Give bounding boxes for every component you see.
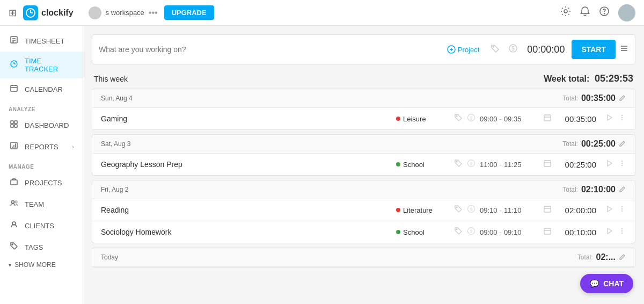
upgrade-button[interactable]: UPGRADE: [164, 5, 214, 20]
user-avatar[interactable]: [618, 4, 635, 21]
day-group: Today Total: 02:...: [92, 248, 635, 267]
svg-point-59: [621, 163, 623, 164]
sidebar-item-label: DASHBOARD: [25, 121, 74, 129]
svg-marker-57: [608, 161, 612, 166]
sidebar-item-dashboard[interactable]: DASHBOARD: [0, 114, 83, 136]
sidebar-item-timesheet[interactable]: TIMESHEET: [0, 30, 83, 52]
sidebar-item-tags[interactable]: TAGS: [0, 236, 83, 258]
project-name: Leisure: [403, 115, 426, 123]
day-edit-icon[interactable]: [619, 253, 626, 262]
svg-point-71: [621, 211, 623, 212]
entry-more-icon[interactable]: [618, 227, 626, 237]
entry-tag-icon[interactable]: [454, 205, 463, 215]
sidebar-item-calendar[interactable]: CALENDAR: [0, 78, 83, 100]
entry-calendar-icon[interactable]: [543, 113, 552, 124]
entry-more-icon[interactable]: [618, 159, 626, 170]
sidebar-item-label: REPORTS: [25, 143, 67, 151]
day-edit-icon[interactable]: [619, 185, 626, 194]
svg-point-82: [621, 233, 623, 234]
svg-text:$: $: [470, 115, 472, 121]
svg-marker-68: [608, 206, 612, 212]
sidebar-item-time-tracker[interactable]: TIME TRACKER: [0, 52, 83, 78]
entry-billable-icon[interactable]: $: [467, 113, 475, 124]
entry-start: 09:10: [480, 206, 497, 214]
sidebar-item-label: TIMESHEET: [25, 37, 74, 45]
svg-point-48: [621, 117, 623, 118]
entry-tag-icon[interactable]: [454, 113, 463, 124]
entry-play-icon[interactable]: [605, 227, 613, 237]
workspace-avatar: [89, 6, 101, 19]
entry-description: Gaming: [101, 114, 392, 123]
settings-icon[interactable]: [560, 6, 571, 19]
project-button[interactable]: Project: [443, 43, 484, 56]
project-name: Literature: [403, 206, 433, 214]
entry-play-icon[interactable]: [605, 113, 613, 124]
svg-point-5: [604, 13, 605, 14]
day-total-area: Total: 00:35:00: [562, 93, 626, 103]
project-dot: [396, 208, 400, 212]
svg-text:$: $: [470, 161, 472, 167]
billable-icon-button[interactable]: $: [506, 41, 520, 57]
entry-project: Leisure: [396, 115, 450, 123]
entry-tag-icon[interactable]: [454, 159, 463, 170]
tag-icon-button[interactable]: [488, 41, 502, 58]
time-separator: -: [500, 228, 502, 236]
day-date: Sun, Aug 4: [101, 95, 133, 102]
day-groups-container: Sun, Aug 4 Total: 00:35:00 Gaming Leisur…: [92, 89, 635, 267]
time-description-input[interactable]: [99, 45, 438, 54]
svg-point-81: [621, 230, 623, 231]
project-dot: [396, 162, 400, 167]
bell-icon[interactable]: [580, 6, 590, 19]
svg-rect-19: [11, 125, 13, 127]
entry-project: Literature: [396, 206, 450, 214]
timesheet-icon: [9, 35, 19, 46]
sidebar-item-team[interactable]: TEAM: [0, 193, 83, 215]
day-total-label: Total:: [577, 254, 593, 261]
reports-icon: [9, 141, 19, 152]
week-total-time: 05:29:53: [595, 73, 633, 84]
entry-calendar-icon[interactable]: [543, 159, 552, 170]
svg-point-50: [456, 161, 457, 162]
workspace-dots-button[interactable]: •••: [149, 8, 158, 18]
mode-icon[interactable]: [620, 44, 628, 55]
day-header: Sun, Aug 4 Total: 00:35:00: [92, 89, 635, 108]
entry-billable-icon[interactable]: $: [467, 205, 475, 215]
time-entry-bar: Project $ 00:00:00 START: [92, 34, 635, 64]
entry-time-range: 11:00 - 11:25: [480, 161, 539, 169]
entry-tag-icon[interactable]: [454, 227, 463, 237]
show-more-button[interactable]: ▾ SHOW MORE: [0, 258, 83, 272]
day-total-time: 02:...: [596, 252, 616, 262]
sidebar-item-clients[interactable]: CLIENTS: [0, 215, 83, 236]
entry-duration: 00:10:00: [556, 228, 596, 237]
entry-play-icon[interactable]: [605, 159, 613, 170]
entry-play-icon[interactable]: [605, 205, 613, 215]
svg-point-58: [621, 161, 623, 162]
sidebar-item-reports[interactable]: REPORTS ›: [0, 136, 83, 157]
chat-button[interactable]: 💬 CHAT: [580, 274, 633, 293]
entry-calendar-icon[interactable]: [543, 227, 552, 237]
svg-rect-20: [14, 125, 17, 127]
sidebar: TIMESHEET TIME TRACKER CALENDAR ANALYZE: [0, 26, 83, 304]
entry-more-icon[interactable]: [618, 113, 626, 124]
start-button[interactable]: START: [572, 40, 616, 59]
sidebar-item-projects[interactable]: PROJECTS: [0, 172, 83, 193]
svg-text:$: $: [512, 46, 515, 52]
svg-rect-42: [544, 115, 551, 121]
entry-description: Geography Lesson Prep: [101, 160, 392, 169]
entry-time-range: 09:10 - 11:10: [480, 206, 539, 214]
entry-end: 11:10: [504, 206, 522, 214]
header-icons: [560, 4, 635, 21]
day-edit-icon[interactable]: [619, 140, 626, 149]
entry-calendar-icon[interactable]: [543, 205, 552, 215]
entry-more-icon[interactable]: [618, 205, 626, 215]
day-edit-icon[interactable]: [619, 94, 626, 103]
day-total-label: Total:: [562, 140, 578, 148]
help-icon[interactable]: [599, 6, 610, 19]
entry-billable-icon[interactable]: $: [467, 227, 475, 237]
entry-billable-icon[interactable]: $: [467, 159, 475, 170]
manage-section-label: MANAGE: [0, 157, 83, 172]
team-icon: [9, 199, 19, 209]
day-date: Sat, Aug 3: [101, 140, 130, 148]
grid-icon[interactable]: ⊞: [9, 7, 17, 19]
svg-rect-25: [11, 180, 17, 185]
